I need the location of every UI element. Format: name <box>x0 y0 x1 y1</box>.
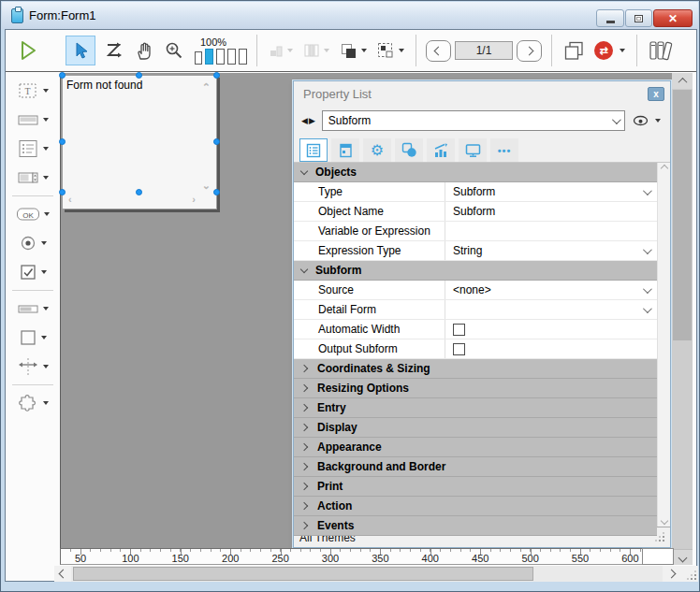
tool-ole-object-button[interactable] <box>8 390 57 416</box>
chevron-down-icon[interactable] <box>43 307 49 310</box>
previous-page-button[interactable] <box>426 40 451 62</box>
title-bar[interactable]: Form:Form1 ✕ <box>2 2 698 29</box>
chevron-down-icon[interactable] <box>43 176 49 180</box>
scroll-left-button[interactable] <box>54 566 71 582</box>
chevron-down-icon[interactable] <box>287 49 293 52</box>
tool-list-box-button[interactable] <box>8 136 57 162</box>
chevron-down-icon[interactable] <box>643 284 652 294</box>
tool-command-button-button[interactable]: OK <box>8 201 57 227</box>
minimize-button[interactable] <box>596 9 624 27</box>
library-button[interactable] <box>647 36 678 65</box>
grid-scrollbar[interactable] <box>657 163 670 527</box>
tool-spin-edit-button[interactable] <box>8 165 57 191</box>
align-button[interactable] <box>267 36 295 65</box>
chevron-down-icon[interactable] <box>643 186 652 195</box>
chevron-down-icon[interactable] <box>43 89 49 93</box>
tool-static-text-button[interactable]: T <box>8 78 57 104</box>
resize-handle-nw[interactable] <box>59 72 66 79</box>
resize-handle-se[interactable] <box>213 189 220 195</box>
visibility-button[interactable] <box>631 115 663 126</box>
run-button[interactable] <box>17 36 39 65</box>
chevron-down-icon[interactable] <box>324 49 329 52</box>
horizontal-scroll-track[interactable] <box>71 566 663 582</box>
chevron-down-icon[interactable] <box>44 212 50 216</box>
checkbox-unchecked[interactable] <box>453 343 465 355</box>
tab-display[interactable] <box>459 138 487 162</box>
panel-close-button[interactable]: x <box>648 87 664 101</box>
close-button[interactable]: ✕ <box>653 9 693 27</box>
bring-to-front-button[interactable] <box>338 36 369 65</box>
tab-order-button[interactable] <box>102 36 126 65</box>
section-header[interactable]: Subform <box>294 261 657 281</box>
tool-radio-button-button[interactable] <box>8 230 57 256</box>
section-header[interactable]: Action <box>294 497 657 516</box>
data-source-button[interactable]: ⇄ <box>592 36 627 65</box>
section-header[interactable]: Objects <box>294 163 657 182</box>
resize-handle-ne[interactable] <box>213 72 220 79</box>
resize-handle-n[interactable] <box>136 72 142 79</box>
select-tool-button[interactable] <box>66 36 95 65</box>
chevron-down-icon[interactable] <box>643 304 652 313</box>
tab-more[interactable]: ••• <box>490 138 518 162</box>
property-value-dropdown[interactable]: <none> <box>445 281 657 299</box>
restore-button[interactable] <box>625 9 652 27</box>
zoom-level-control[interactable]: 100% <box>195 37 247 65</box>
panel-resize-grip[interactable] <box>656 533 664 541</box>
design-canvas[interactable]: Form not found ⌃ ⌄ ‹ › Property List x <box>60 73 674 548</box>
chevron-down-icon[interactable] <box>43 401 49 405</box>
resize-handle-w[interactable] <box>59 138 66 145</box>
zoom-bar-2-active[interactable] <box>205 49 213 65</box>
scroll-down-icon[interactable] <box>660 517 667 525</box>
horizontal-scroll-thumb[interactable] <box>73 567 533 581</box>
tab-report[interactable] <box>331 138 359 162</box>
zoom-bar-1[interactable] <box>195 51 202 65</box>
section-header[interactable]: Background and Border <box>294 457 657 477</box>
tab-properties[interactable] <box>299 138 328 162</box>
tool-text-box-button[interactable] <box>8 107 57 133</box>
tool-rectangle-button[interactable] <box>8 325 57 351</box>
chevron-down-icon[interactable] <box>41 336 47 339</box>
section-header[interactable]: Appearance <box>294 438 657 457</box>
zoom-bar-4[interactable] <box>227 49 236 65</box>
section-header[interactable]: Display <box>294 418 657 438</box>
chevron-down-icon[interactable] <box>399 49 404 52</box>
section-header[interactable]: Entry <box>294 398 657 418</box>
vertical-scroll-thumb[interactable] <box>673 90 692 340</box>
property-value-text[interactable] <box>445 222 657 240</box>
property-value-text[interactable]: Subform <box>445 202 657 221</box>
chevron-down-icon[interactable] <box>41 270 47 274</box>
chevron-down-icon[interactable] <box>43 365 49 368</box>
pan-tool-button[interactable] <box>133 36 155 65</box>
resize-handle-e[interactable] <box>213 138 220 145</box>
chevron-down-icon[interactable] <box>43 147 49 151</box>
section-header[interactable]: Resizing Options <box>294 379 657 398</box>
tab-shapes[interactable] <box>395 138 423 162</box>
tab-settings[interactable]: ⚙ <box>363 138 391 162</box>
zoom-bar-5[interactable] <box>239 49 247 65</box>
section-header[interactable]: Events <box>294 516 657 536</box>
canvas-vertical-scrollbar[interactable] <box>672 73 693 565</box>
selection-mode-button[interactable] <box>375 36 406 65</box>
tool-progress-bar-button[interactable] <box>8 296 57 322</box>
section-header[interactable]: Print <box>294 477 657 497</box>
property-value-checkbox[interactable] <box>445 339 657 358</box>
resize-handle-s[interactable] <box>136 189 142 195</box>
canvas-horizontal-scrollbar[interactable] <box>54 566 698 582</box>
property-value-dropdown[interactable] <box>445 300 657 319</box>
chevron-down-icon[interactable] <box>643 245 652 254</box>
chevron-down-icon[interactable] <box>620 49 625 52</box>
chevron-down-icon[interactable] <box>41 241 47 245</box>
window-resize-grip[interactable] <box>679 566 698 582</box>
scroll-down-button[interactable] <box>672 549 693 565</box>
tool-line-button[interactable] <box>8 354 57 380</box>
property-value-checkbox[interactable] <box>445 320 657 339</box>
subform-object[interactable]: Form not found ⌃ ⌄ ‹ › <box>62 75 217 209</box>
section-header[interactable]: Coordinates & Sizing <box>294 359 657 379</box>
object-selector-combobox[interactable]: Subform <box>322 110 625 131</box>
zoom-bar-3[interactable] <box>216 49 225 65</box>
chevron-down-icon[interactable] <box>43 118 49 122</box>
scroll-up-button[interactable] <box>672 73 693 89</box>
checkbox-unchecked[interactable] <box>453 324 465 336</box>
property-value-dropdown[interactable]: Subform <box>445 182 657 201</box>
tab-chart[interactable] <box>427 138 455 162</box>
